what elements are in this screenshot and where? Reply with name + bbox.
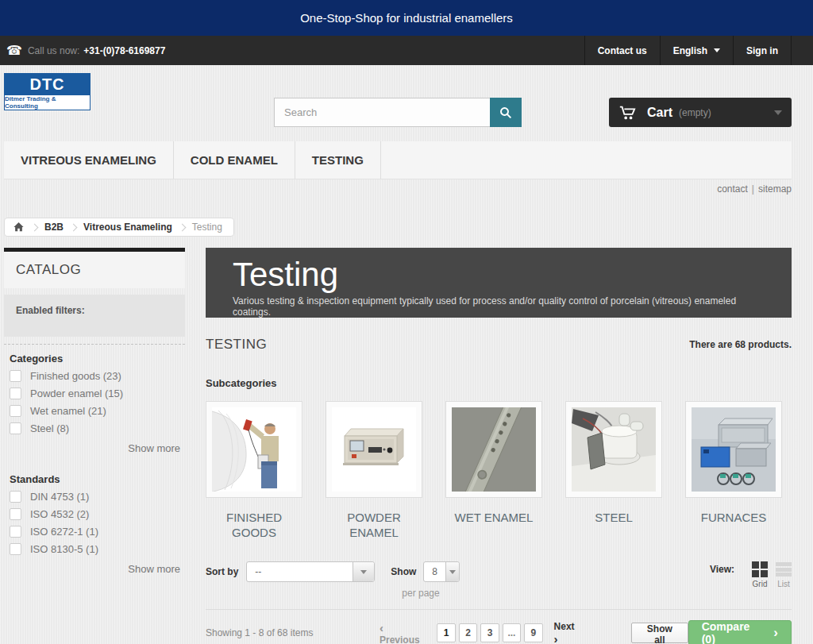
sidebar-gap	[4, 454, 185, 465]
filter-item: Powder enamel (15)	[4, 388, 185, 399]
cart-label: Cart	[647, 106, 672, 120]
subcategory-image-frame	[685, 401, 782, 498]
grid-view-label: Grid	[753, 580, 768, 588]
filter-label[interactable]: Steel (8)	[30, 422, 69, 434]
contact-link[interactable]: contact	[717, 183, 748, 195]
previous-button[interactable]: ‹ Previous	[380, 621, 425, 644]
tagline-text: One-Stop-Shop for industrial enamellers	[300, 11, 513, 25]
show-more-link[interactable]: Show more	[4, 442, 180, 454]
subcategory-card-furnaces[interactable]: FURNACES	[685, 401, 782, 540]
chevron-right-icon: ›	[554, 632, 558, 644]
breadcrumb-item-testing: Testing	[192, 222, 222, 233]
filter-checkbox-wet-enamel[interactable]	[10, 405, 21, 417]
sign-in-link[interactable]: Sign in	[733, 36, 792, 65]
filter-group-standards: Standards DIN 4753 (1) ISO 4532 (2) ISO …	[4, 473, 185, 575]
subcategory-image-frame	[206, 401, 302, 498]
logo[interactable]: DTC Ditmer Trading & Consulting	[4, 73, 91, 110]
breadcrumb-item-vitreous-enameling[interactable]: Vitreous Enameling	[83, 222, 172, 233]
nav-item-testing[interactable]: TESTING	[295, 141, 381, 179]
grid-view-button[interactable]: Grid	[752, 561, 768, 588]
wet-enamel-image	[452, 407, 536, 492]
sort-by-label: Sort by	[206, 561, 238, 582]
search-form	[274, 98, 522, 127]
list-view-label: List	[777, 580, 790, 588]
grid-icon	[752, 561, 768, 577]
language-label: English	[673, 45, 707, 56]
subcategory-card-steel[interactable]: STEEL	[565, 401, 662, 540]
subcategory-card-powder-enamel[interactable]: POWDER ENAMEL	[326, 401, 422, 540]
language-selector[interactable]: English	[660, 36, 733, 65]
filter-item: ISO 8130-5 (1)	[4, 543, 185, 555]
compare-button[interactable]: Compare (0) ›	[688, 620, 792, 644]
filter-label[interactable]: DIN 4753 (1)	[30, 491, 89, 503]
chevron-left-icon: ‹	[380, 621, 383, 634]
category-description: Various testing & inspection equipment t…	[233, 295, 776, 318]
catalog-title: CATALOG	[4, 252, 185, 288]
sort-select[interactable]: --	[246, 561, 375, 582]
secondary-nav-separator: |	[752, 183, 754, 195]
show-all-button[interactable]: Show all	[631, 623, 688, 643]
show-more-link[interactable]: Show more	[4, 563, 180, 575]
subcategory-cards: FINISHED GOODS	[206, 401, 792, 540]
subcategories-heading: Subcategories	[206, 377, 792, 389]
breadcrumb-row: B2B Vitreous Enameling Testing	[4, 218, 813, 237]
furnaces-image	[692, 407, 776, 492]
show-select-value: 8	[424, 562, 445, 581]
sidebar-divider	[4, 344, 185, 345]
list-view-button[interactable]: List	[776, 561, 792, 588]
next-button[interactable]: Next ›	[554, 621, 580, 644]
nav-item-vitreous-enameling[interactable]: VITREOUS ENAMELING	[4, 141, 174, 179]
nav-item-cold-enamel[interactable]: COLD ENAMEL	[174, 141, 295, 179]
breadcrumb-separator	[31, 223, 39, 231]
powder-enamel-image	[332, 407, 416, 492]
filter-checkbox-iso-6272-1[interactable]	[10, 526, 21, 538]
filter-label[interactable]: ISO 4532 (2)	[30, 508, 89, 520]
filter-checkbox-iso-8130-5[interactable]	[10, 543, 21, 555]
cart-block[interactable]: Cart (empty)	[609, 98, 792, 127]
show-select[interactable]: 8	[423, 561, 460, 582]
product-count: There are 68 products.	[689, 339, 792, 350]
filter-checkbox-steel[interactable]	[10, 422, 21, 434]
page-button-1[interactable]: 1	[437, 623, 455, 642]
filter-item: Finished goods (23)	[4, 370, 185, 382]
home-link[interactable]	[13, 222, 25, 233]
filter-checkbox-finished-goods[interactable]	[10, 370, 21, 382]
page-button-3[interactable]: 3	[480, 623, 499, 642]
search-button[interactable]	[490, 98, 522, 127]
caret-down-icon	[353, 562, 374, 581]
search-icon	[499, 106, 513, 120]
filter-label[interactable]: Powder enamel (15)	[30, 388, 123, 399]
filter-label[interactable]: Finished goods (23)	[30, 370, 121, 382]
subcategory-title: POWDER ENAMEL	[326, 510, 422, 540]
view-switcher: View: Grid List	[710, 561, 792, 588]
search-input[interactable]	[274, 98, 490, 127]
contact-us-link[interactable]: Contact us	[584, 36, 660, 65]
sidebar: CATALOG Enabled filters: Categories Fini…	[4, 248, 185, 644]
main-panel: Testing Various testing & inspection equ…	[206, 248, 792, 644]
cart-status: (empty)	[679, 107, 711, 118]
phone-number: +31-(0)78-6169877	[83, 45, 165, 56]
page-button-9[interactable]: 9	[524, 623, 542, 642]
secondary-nav: contact|sitemap	[0, 183, 792, 195]
pagination-row: Showing 1 - 8 of 68 items ‹ Previous 1 2…	[206, 620, 792, 644]
filter-label[interactable]: ISO 8130-5 (1)	[30, 543, 98, 555]
subcategory-title: FINISHED GOODS	[206, 510, 302, 540]
sitemap-link[interactable]: sitemap	[758, 183, 792, 195]
view-label: View:	[710, 561, 734, 577]
cart-icon	[618, 104, 636, 121]
subcategory-title: WET ENAMEL	[445, 510, 542, 525]
page-button-2[interactable]: 2	[459, 623, 477, 642]
pager: ‹ Previous 1 2 3 ... 9 Next ›	[380, 621, 580, 644]
subcategory-card-finished-goods[interactable]: FINISHED GOODS	[206, 401, 302, 540]
filter-checkbox-iso-4532[interactable]	[10, 508, 21, 520]
breadcrumb-item-b2b[interactable]: B2B	[44, 222, 64, 233]
enabled-filters-label: Enabled filters:	[4, 295, 185, 337]
subcategory-card-wet-enamel[interactable]: WET ENAMEL	[445, 401, 542, 540]
filter-label[interactable]: ISO 6272-1 (1)	[30, 526, 98, 538]
breadcrumb-separator	[70, 223, 78, 231]
breadcrumb-separator	[178, 223, 186, 231]
filter-label[interactable]: Wet enamel (21)	[30, 405, 106, 417]
sort-select-value: --	[247, 562, 353, 581]
filter-checkbox-din-4753[interactable]	[10, 491, 21, 503]
filter-checkbox-powder-enamel[interactable]	[10, 388, 21, 399]
